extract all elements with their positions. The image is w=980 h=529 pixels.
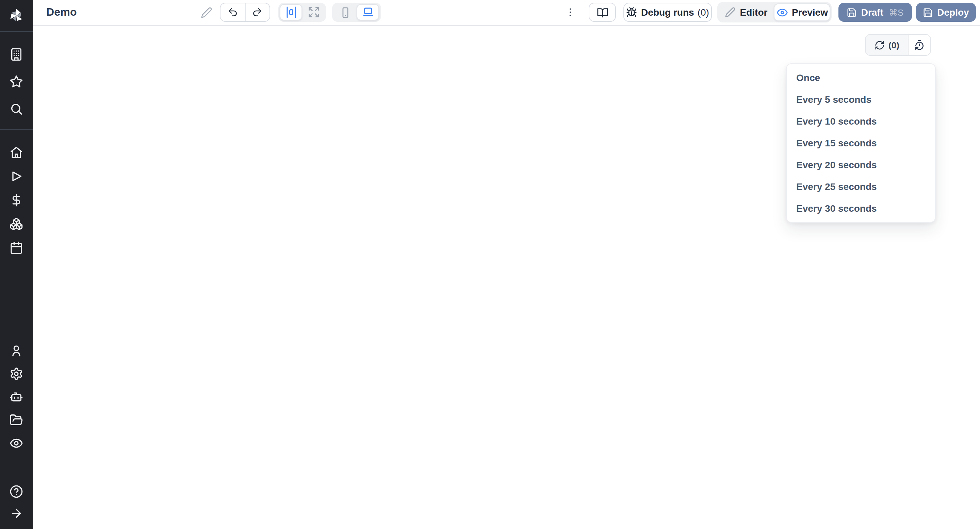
- debug-runs-label: Debug runs: [641, 7, 694, 18]
- sidebar-group-footer: [0, 481, 33, 524]
- timer-reset-icon: [914, 40, 925, 50]
- star-icon: [10, 75, 23, 89]
- align-width-icon: [285, 6, 297, 18]
- arrow-right-icon: [10, 507, 23, 520]
- pencil-icon: [200, 6, 212, 18]
- folder-open-icon: [10, 413, 23, 427]
- menu-item-every-10s[interactable]: Every 10 seconds: [787, 110, 935, 132]
- sidebar-item-favorites[interactable]: [0, 68, 33, 95]
- page-title: Demo: [46, 6, 77, 18]
- redo-icon: [252, 7, 263, 18]
- app-window: Demo: [0, 0, 980, 529]
- sidebar-item-audit-logs[interactable]: [0, 432, 33, 455]
- deploy-button[interactable]: Deploy: [916, 3, 976, 22]
- debug-runs-count: (0): [698, 7, 709, 18]
- smartphone-icon: [340, 6, 351, 18]
- main-area: Demo: [33, 0, 980, 529]
- sidebar-divider: [0, 129, 33, 130]
- deploy-label: Deploy: [937, 7, 969, 18]
- app-canvas: (0) Once Every 5 seconds Every 10 second…: [33, 26, 980, 529]
- windmill-logo-icon: [8, 7, 25, 24]
- preview-tab-label: Preview: [792, 7, 828, 18]
- sidebar-group-workspace: [0, 41, 33, 123]
- layout-width-toggle: [278, 3, 326, 22]
- search-icon: [10, 102, 23, 116]
- refresh-button[interactable]: (0): [865, 35, 908, 55]
- menu-item-every-15s[interactable]: Every 15 seconds: [787, 132, 935, 154]
- refresh-count: (0): [888, 40, 899, 50]
- sidebar-item-home[interactable]: [0, 140, 33, 164]
- sidebar-divider: [0, 31, 33, 32]
- dollar-icon: [10, 193, 23, 207]
- user-icon: [10, 344, 23, 357]
- desktop-view-button[interactable]: [356, 4, 379, 21]
- gear-icon: [10, 367, 23, 381]
- undo-icon: [227, 7, 238, 18]
- boxes-icon: [10, 217, 23, 231]
- sidebar-item-resources[interactable]: [0, 212, 33, 236]
- app-title-wrap: Demo: [46, 0, 77, 24]
- sidebar-item-schedules[interactable]: [0, 236, 33, 260]
- refresh-controls: (0): [865, 34, 931, 56]
- sidebar-item-folders[interactable]: [0, 408, 33, 432]
- save-draft-button[interactable]: Draft ⌘S: [838, 3, 912, 22]
- pencil-icon: [725, 7, 736, 18]
- menu-item-every-5s[interactable]: Every 5 seconds: [787, 89, 935, 110]
- sidebar-item-runs[interactable]: [0, 164, 33, 188]
- undo-button[interactable]: [221, 3, 245, 22]
- play-icon: [10, 169, 23, 183]
- calendar-icon: [10, 241, 23, 254]
- redo-button[interactable]: [245, 3, 269, 22]
- save-icon: [923, 7, 933, 18]
- debug-runs-button[interactable]: Debug runs (0): [624, 3, 712, 22]
- help-circle-icon: [10, 485, 23, 498]
- book-open-icon: [597, 6, 608, 18]
- sidebar-item-variables[interactable]: [0, 188, 33, 212]
- history-group: [220, 3, 270, 22]
- sidebar-item-search[interactable]: [0, 95, 33, 123]
- more-menu-button[interactable]: [562, 3, 579, 22]
- view-toggle: Editor Preview: [717, 2, 832, 22]
- save-icon: [847, 7, 857, 18]
- top-toolbar: Demo: [33, 0, 980, 26]
- sidebar-item-workspace[interactable]: [0, 41, 33, 68]
- sidebar-group-main: [0, 140, 33, 260]
- edit-title-button[interactable]: [198, 3, 215, 22]
- menu-item-every-25s[interactable]: Every 25 seconds: [787, 176, 935, 198]
- editor-tab[interactable]: Editor: [719, 3, 774, 21]
- building-icon: [10, 48, 23, 61]
- menu-item-once[interactable]: Once: [787, 67, 935, 89]
- draft-label: Draft: [861, 7, 883, 18]
- expand-icon: [307, 6, 320, 18]
- bug-icon: [626, 7, 637, 18]
- editor-tab-label: Editor: [740, 7, 768, 18]
- eye-icon: [776, 6, 788, 18]
- sidebar-item-settings[interactable]: [0, 362, 33, 386]
- kebab-icon: [565, 7, 576, 18]
- mobile-view-button[interactable]: [334, 4, 356, 21]
- laptop-icon: [362, 6, 374, 18]
- sidebar: [0, 0, 33, 529]
- preview-tab[interactable]: Preview: [774, 3, 830, 21]
- sidebar-expand-button[interactable]: [0, 502, 33, 524]
- menu-item-every-30s[interactable]: Every 30 seconds: [787, 198, 935, 219]
- sidebar-group-admin: [0, 339, 33, 455]
- windmill-logo[interactable]: [0, 0, 33, 31]
- refresh-interval-menu: Once Every 5 seconds Every 10 seconds Ev…: [786, 63, 936, 223]
- docs-button[interactable]: [589, 3, 616, 22]
- refresh-icon: [874, 40, 885, 50]
- sidebar-item-help[interactable]: [0, 481, 33, 502]
- menu-item-every-20s[interactable]: Every 20 seconds: [787, 154, 935, 176]
- robot-icon: [10, 390, 23, 404]
- sidebar-item-users[interactable]: [0, 339, 33, 362]
- home-icon: [10, 145, 23, 159]
- eye-icon: [10, 437, 23, 450]
- draft-shortcut: ⌘S: [889, 7, 904, 18]
- full-width-button[interactable]: [302, 4, 325, 21]
- refresh-interval-button[interactable]: [908, 35, 930, 55]
- constrained-width-button[interactable]: [280, 4, 302, 21]
- device-toggle: [332, 3, 381, 22]
- sidebar-item-workers[interactable]: [0, 386, 33, 408]
